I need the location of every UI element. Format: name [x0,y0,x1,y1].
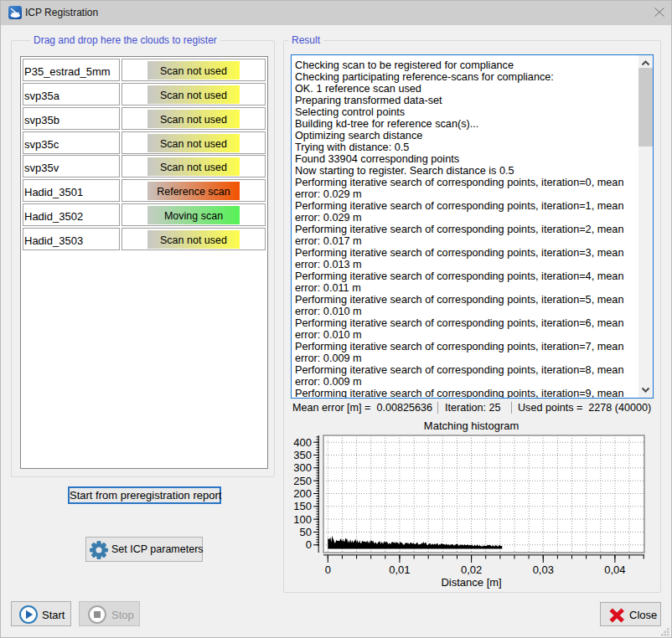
svg-text:50: 50 [300,526,312,538]
svg-text:0,03: 0,03 [533,563,554,576]
svg-text:350: 350 [293,449,312,461]
svg-text:0,04: 0,04 [604,563,625,576]
svg-text:0: 0 [306,538,312,551]
svg-text:0,02: 0,02 [461,563,482,576]
svg-text:0,01: 0,01 [389,563,410,576]
svg-text:0: 0 [325,563,331,576]
svg-text:Distance [m]: Distance [m] [441,576,501,589]
svg-text:150: 150 [293,500,312,512]
svg-text:250: 250 [293,475,312,487]
svg-text:400: 400 [293,436,312,449]
svg-text:Matching histogram: Matching histogram [424,419,519,432]
svg-text:100: 100 [293,513,312,526]
svg-text:300: 300 [293,461,312,474]
svg-text:200: 200 [293,487,312,500]
